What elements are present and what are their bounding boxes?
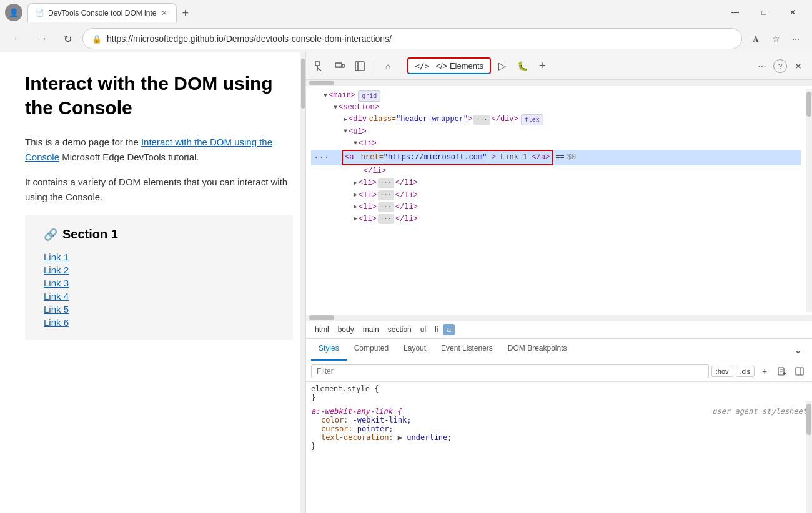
device-emulation-button[interactable] [331, 57, 349, 75]
tree-line-section[interactable]: ▼ <section> [311, 102, 801, 114]
bottom-scrollbar-thumb[interactable] [309, 315, 334, 320]
styles-scrollbar-thumb[interactable] [806, 404, 811, 435]
add-style-rule-button[interactable]: + [757, 364, 772, 379]
triangle-li3[interactable]: ▶ [354, 190, 357, 200]
new-stylesheet-button[interactable] [775, 364, 790, 379]
profile-icon[interactable]: 👤 [5, 4, 22, 21]
tree-line-ul[interactable]: ▼ <ul> [311, 126, 801, 138]
help-button[interactable]: ? [773, 59, 787, 73]
reload-button[interactable]: ↻ [57, 29, 77, 49]
any-link-selector: a:-webkit-any-link { [311, 407, 402, 416]
tab-dom-breakpoints[interactable]: DOM Breakpoints [500, 339, 575, 361]
maximize-button[interactable]: □ [750, 2, 778, 22]
tab-icon: 📄 [36, 9, 44, 17]
hov-button[interactable]: :hov [711, 366, 733, 377]
breadcrumb-section[interactable]: section [384, 324, 415, 335]
breadcrumb-a[interactable]: a [443, 324, 455, 335]
devtools-panel: ⌂ </> </> Elements ▷ 🐛 + ··· ? ✕ [306, 52, 812, 513]
section-link-3[interactable]: Link 3 [44, 278, 274, 288]
style-rule-element: element.style { } [311, 384, 807, 402]
tab-layout[interactable]: Layout [396, 339, 433, 361]
close-devtools-button[interactable]: ✕ [790, 57, 807, 75]
new-tab-button[interactable]: + [177, 4, 194, 22]
back-button[interactable]: ← [7, 29, 27, 49]
tree-line-li2[interactable]: ▶ <li> ··· </li> [311, 177, 801, 189]
triangle-li[interactable]: ▼ [354, 139, 357, 149]
read-aloud-icon[interactable]: 𝐀 [747, 30, 765, 47]
address-bar-input[interactable]: 🔒 https://microsoftedge.github.io/Demos/… [82, 28, 742, 49]
tab-styles[interactable]: Styles [311, 339, 347, 361]
devtools-main: ▼ <main> grid ▼ <section> [306, 80, 812, 513]
inspect-element-button[interactable] [311, 57, 329, 75]
cls-button[interactable]: .cls [736, 366, 755, 377]
breadcrumb-html[interactable]: html [311, 324, 333, 335]
triangle-li5[interactable]: ▶ [354, 214, 357, 224]
dom-tree-scrollbar[interactable] [806, 89, 812, 312]
active-tab[interactable]: 📄 DevTools Console tool DOM inte ✕ [27, 3, 177, 22]
triangle-main[interactable]: ▼ [324, 91, 327, 101]
element-style-selector: element.style { [311, 384, 379, 393]
section-link-4[interactable]: Link 4 [44, 291, 274, 301]
styles-filter-input[interactable] [311, 364, 709, 378]
breadcrumb-main[interactable]: main [359, 324, 383, 335]
url-text: https://microsoftedge.github.io/Demos/de… [107, 34, 733, 44]
ellipsis-li2[interactable]: ··· [378, 178, 394, 188]
section-link-5[interactable]: Link 5 [44, 304, 274, 315]
tree-line-a[interactable]: ··· <a href="https://microsoft.com" > Li… [311, 150, 801, 165]
ellipsis-li5[interactable]: ··· [378, 214, 394, 224]
dom-tree-scrollbar-thumb[interactable] [806, 92, 811, 117]
favorites-icon[interactable]: ☆ [767, 30, 785, 47]
breadcrumb-body[interactable]: body [334, 324, 358, 335]
webpage-panel: Interact with the DOM using the Console … [0, 52, 306, 513]
ellipsis-li4[interactable]: ··· [378, 202, 394, 212]
bug-icon[interactable]: 🐛 [513, 57, 531, 75]
section-link-2[interactable]: Link 2 [44, 265, 274, 275]
styles-tabs-more[interactable]: ⌄ [789, 339, 807, 361]
tree-line-div[interactable]: ▶ <div class="header-wrapper" > ··· </di… [311, 114, 801, 125]
section-link-1[interactable]: Link 1 [44, 252, 274, 262]
tab-event-listeners[interactable]: Event Listeners [433, 339, 500, 361]
triangle-ul[interactable]: ▼ [344, 127, 347, 137]
toggle-computed-sidebar-button[interactable] [792, 364, 807, 379]
minimize-button[interactable]: — [721, 2, 750, 22]
tree-line-li3[interactable]: ▶ <li> ··· </li> [311, 190, 801, 202]
tab-close-button[interactable]: ✕ [160, 7, 169, 19]
breadcrumb: html body main section ul li a [306, 321, 812, 338]
triangle-section[interactable]: ▼ [334, 103, 337, 113]
home-button[interactable]: ⌂ [379, 57, 397, 75]
more-tools-button[interactable]: ··· [753, 57, 771, 75]
top-scrollbar[interactable] [306, 80, 812, 86]
styles-scrollbar[interactable] [806, 401, 812, 513]
close-button[interactable]: ✕ [778, 2, 807, 22]
page-title: Interact with the DOM using the Console [25, 71, 293, 120]
webpage-scrollbar-thumb[interactable] [301, 59, 305, 109]
tree-line-close-li[interactable]: </li> [311, 165, 801, 177]
tab-computed[interactable]: Computed [347, 339, 396, 361]
color-prop: color: [321, 416, 353, 424]
tree-line-li5[interactable]: ▶ <li> ··· </li> [311, 213, 801, 225]
address-bar: ← → ↻ 🔒 https://microsoftedge.github.io/… [0, 25, 812, 52]
breadcrumb-li[interactable]: li [431, 324, 442, 335]
elements-tab-button[interactable]: </> </> Elements [407, 57, 491, 74]
screencast-button[interactable]: ▷ [493, 57, 511, 75]
tree-line-li4[interactable]: ▶ <li> ··· </li> [311, 202, 801, 213]
breadcrumb-ul[interactable]: ul [417, 324, 430, 335]
settings-more-icon[interactable]: ··· [787, 30, 805, 47]
section-link-6[interactable]: Link 6 [44, 317, 274, 328]
svg-rect-6 [355, 62, 364, 71]
ellipsis-div[interactable]: ··· [473, 115, 490, 125]
svg-rect-13 [796, 368, 803, 375]
webpage-scrollbar[interactable] [300, 52, 305, 513]
triangle-li2[interactable]: ▶ [354, 178, 357, 188]
forward-button[interactable]: → [32, 29, 52, 49]
tree-line-main[interactable]: ▼ <main> grid [311, 90, 801, 102]
triangle-li4[interactable]: ▶ [354, 202, 357, 212]
triangle-div[interactable]: ▶ [344, 115, 347, 125]
add-tool-button[interactable]: + [533, 57, 551, 75]
tree-line-li[interactable]: ▼ <li> [311, 138, 801, 150]
bottom-scrollbar[interactable] [306, 315, 812, 321]
top-scrollbar-thumb[interactable] [309, 81, 334, 86]
sidebar-toggle-button[interactable] [351, 57, 369, 75]
ellipsis-li3[interactable]: ··· [378, 190, 394, 200]
text-decoration-expand[interactable]: ▶ [398, 433, 402, 442]
